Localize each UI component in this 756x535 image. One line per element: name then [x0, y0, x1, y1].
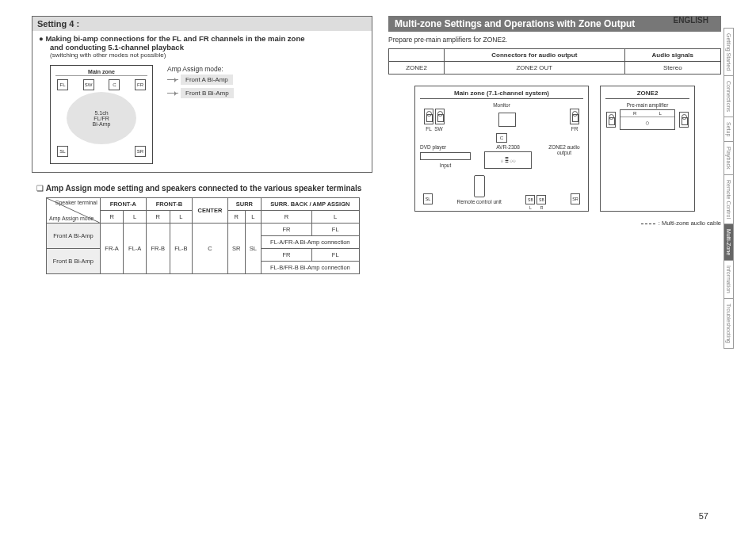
system-diagram: Main zone (7.1-channel system) Monitor F…	[388, 86, 721, 212]
cell-sb2-fr: FR	[262, 249, 312, 262]
cell-sb2-label: FL-B/FR-B Bi-Amp connection	[262, 262, 360, 274]
speaker-icon	[435, 109, 445, 124]
lbl-avr: AVR-2308	[484, 144, 532, 150]
sub-l: L	[170, 211, 192, 224]
remote-icon	[474, 175, 485, 197]
tab-playback[interactable]: Playback	[724, 141, 734, 174]
speaker-sbl-icon: SB L	[525, 195, 535, 204]
speaker-fl-icon: FL	[57, 79, 68, 90]
sub-r: R	[100, 211, 124, 224]
lbl-fr: FR	[569, 126, 580, 132]
cable-legend: : Multi-zone audio cable	[388, 220, 721, 227]
row-front-a-biamp: Front A Bi-Amp	[47, 224, 101, 249]
sub-l: L	[311, 211, 359, 224]
preamp-icon: RL ○	[620, 109, 675, 130]
col-front-a: FRONT-A	[100, 198, 146, 211]
center-speaker-icon: C	[496, 133, 507, 143]
tab-remote[interactable]: Remote Control	[724, 174, 734, 224]
conn-zone2-out: ZONE2 OUT	[445, 62, 625, 75]
language-label: ENGLISH	[674, 16, 708, 25]
label-monitor: Monitor	[420, 102, 583, 108]
setting4-note: (switching with other modes not possible…	[50, 52, 365, 59]
setting4-box: Setting 4 : Making bi-amp connections fo…	[32, 16, 372, 173]
dvd-icon	[420, 152, 471, 160]
column-right: Multi-zone Settings and Operations with …	[388, 16, 721, 274]
col-front-b: FRONT-B	[146, 198, 192, 211]
mainzone-diagram: Main zone FL SW C FR 5.1ch FL/FR Bi-Amp	[50, 65, 153, 164]
cell-frb: FR-B	[146, 224, 170, 274]
tab-getting-started[interactable]: Getting Started	[724, 28, 734, 76]
mz-circle-l2: FL/FR	[94, 116, 109, 121]
speaker-sl-icon: SL	[57, 146, 68, 157]
conn-hdr-output: Connectors for audio output	[445, 49, 625, 62]
mainzone-title: Main zone	[55, 69, 147, 76]
mode-front-a: Front A Bi-Amp	[181, 75, 233, 85]
speaker-fr-icon: FR	[135, 79, 146, 90]
lbl-preamp: Pre-main amplifier	[605, 102, 689, 108]
speaker-sbr-icon: SB R	[536, 195, 546, 204]
sub-r: R	[146, 211, 170, 224]
zone2-title: ZONE2	[605, 90, 689, 99]
tab-multizone[interactable]: Multi-Zone	[724, 224, 734, 261]
amp-assign-block: Amp Assign mode: Front A Bi-Amp Front B …	[167, 65, 234, 100]
tab-connections[interactable]: Connections	[724, 75, 734, 117]
sub-l: L	[124, 211, 146, 224]
setting4-title: Setting 4 :	[32, 17, 372, 31]
side-tabs: Getting Started Connections Setup Playba…	[724, 28, 734, 348]
tab-setup[interactable]: Setup	[724, 117, 734, 142]
conn-hdr-signals: Audio signals	[624, 49, 720, 62]
mainzone-system-title: Main zone (7.1-channel system)	[420, 90, 583, 99]
speaker-icon	[679, 112, 689, 128]
mz-circle-l3: Bi-Amp	[93, 121, 111, 127]
cell-sb2-fl: FL	[311, 249, 359, 262]
prep-text: Prepare pre-main amplifiers for ZONE2.	[388, 36, 721, 44]
mode-front-b: Front B Bi-Amp	[181, 88, 234, 98]
speaker-icon	[424, 109, 433, 124]
col-surr: SURR	[227, 198, 261, 211]
conn-stereo: Stereo	[624, 62, 720, 75]
mainzone-circle: 5.1ch FL/FR Bi-Amp	[67, 92, 136, 144]
speaker-icon	[570, 109, 579, 124]
setting4-line1: Making bi-amp connections for the FL and…	[39, 34, 365, 43]
arrow-icon	[167, 79, 178, 80]
speaker-sr-icon: SR	[571, 193, 580, 204]
lbl-remote: Remote control unit	[457, 199, 502, 204]
cell-sb1-label: FL-A/FR-A Bi-Amp connection	[262, 236, 360, 249]
mainzone-system-box: Main zone (7.1-channel system) Monitor F…	[414, 86, 589, 212]
speaker-sr-icon: SR	[135, 146, 146, 157]
cell-flb: FL-B	[170, 224, 192, 274]
arrow-icon	[167, 93, 178, 94]
column-left: Setting 4 : Making bi-amp connections fo…	[32, 16, 372, 274]
zone2-box: ZONE2 Pre-main amplifier RL ○	[600, 86, 695, 212]
subhead-amp-assign: Amp Assign mode setting and speakers con…	[36, 184, 372, 193]
tab-information[interactable]: Information	[724, 260, 734, 299]
lbl-input: Input	[420, 162, 471, 168]
speaker-c-icon: C	[109, 79, 120, 90]
cell-sb1-fr: FR	[262, 224, 312, 236]
avr-icon: ○ ≣ ○○	[484, 151, 532, 169]
page-number: 57	[699, 511, 708, 521]
speaker-icon	[606, 112, 616, 128]
monitor-icon	[498, 113, 516, 127]
lbl-dvd: DVD player	[420, 144, 471, 150]
conn-zone2: ZONE2	[389, 62, 445, 75]
cell-fra: FR-A	[100, 224, 124, 274]
tab-troubleshooting[interactable]: Troubleshooting	[724, 298, 734, 349]
col-sb-amp: SURR. BACK / AMP ASSIGN	[262, 198, 360, 211]
cell-sb1-fl: FL	[311, 224, 359, 236]
lbl-z2out: ZONE2 audio output	[545, 144, 583, 155]
amp-assign-label: Amp Assign mode:	[167, 65, 234, 73]
cell-c: C	[193, 224, 228, 274]
sub-r: R	[227, 211, 245, 224]
lbl-sw: SW	[434, 126, 442, 132]
cell-sr: SR	[227, 224, 245, 274]
right-heading-bar: Multi-zone Settings and Operations with …	[388, 16, 721, 32]
cell-fla: FL-A	[124, 224, 146, 274]
sub-l: L	[245, 211, 261, 224]
connectors-table: Connectors for audio output Audio signal…	[388, 48, 721, 75]
row-front-b-biamp: Front B Bi-Amp	[47, 249, 101, 274]
speaker-sw-icon: SW	[83, 79, 94, 90]
mz-circle-l1: 5.1ch	[94, 110, 108, 116]
col-center: CENTER	[193, 198, 228, 224]
cell-sl: SL	[245, 224, 261, 274]
